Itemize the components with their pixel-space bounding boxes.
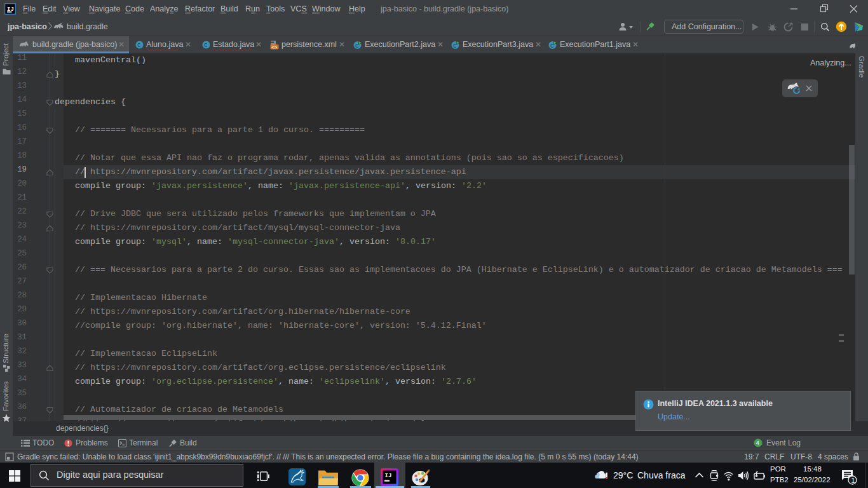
svg-text:C: C xyxy=(204,43,208,49)
svg-text:4: 4 xyxy=(756,440,759,446)
svg-text:C: C xyxy=(137,43,141,49)
svg-text:IJ: IJ xyxy=(385,473,392,479)
svg-text:<>: <> xyxy=(271,45,278,50)
svg-text:1: 1 xyxy=(851,477,855,484)
